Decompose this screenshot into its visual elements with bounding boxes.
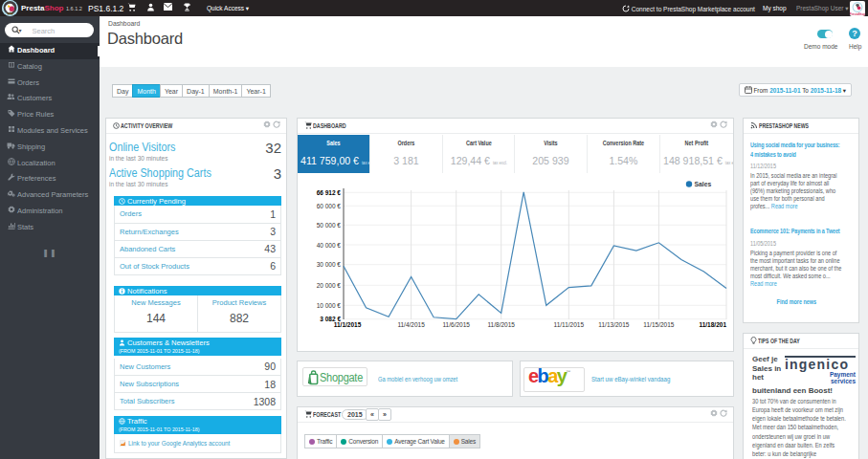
svg-text:11/18/201: 11/18/201	[699, 321, 726, 328]
svg-text:11/4/2015: 11/4/2015	[397, 321, 425, 328]
svg-text:11/8/2015: 11/8/2015	[487, 321, 515, 328]
svg-text:11/6/2015: 11/6/2015	[442, 321, 470, 328]
svg-text:30 000 €: 30 000 €	[317, 261, 342, 268]
svg-text:PrestaShop: PrestaShop	[850, 12, 865, 16]
svg-text:10 000 €: 10 000 €	[317, 302, 342, 309]
svg-text:11/11/2015: 11/11/2015	[554, 321, 585, 328]
svg-text:60 000 €: 60 000 €	[317, 203, 342, 209]
svg-text:50 000 €: 50 000 €	[317, 222, 342, 229]
svg-text:66 912 €: 66 912 €	[317, 189, 342, 196]
svg-text:40 000 €: 40 000 €	[317, 242, 342, 249]
svg-text:Sales: Sales	[695, 181, 712, 187]
svg-text:11/15/2015: 11/15/2015	[643, 321, 674, 328]
svg-text:20 000 €: 20 000 €	[317, 282, 342, 289]
svg-text:11/1/2015: 11/1/2015	[334, 321, 362, 328]
svg-text:11/13/2015: 11/13/2015	[598, 321, 629, 328]
